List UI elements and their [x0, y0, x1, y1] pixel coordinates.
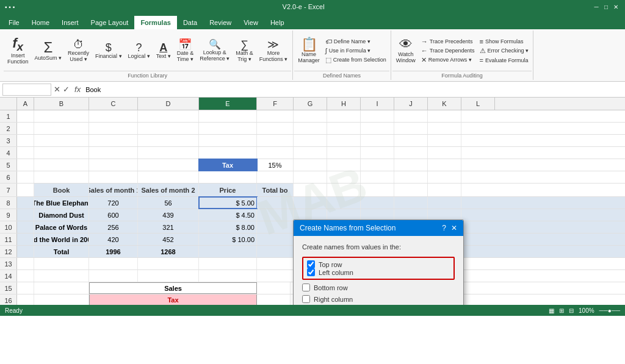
watch-window-button[interactable]: 👁 WatchWindow: [394, 37, 418, 65]
more-functions-icon: ≫: [267, 39, 279, 50]
auditing-col: → Trace Precedents ← Trace Dependents ✕ …: [419, 37, 477, 65]
trace-dependents-button[interactable]: ← Trace Dependents: [419, 46, 477, 55]
tab-home[interactable]: Home: [26, 16, 56, 29]
error-checking-icon: ⚠: [480, 47, 486, 55]
trace-precedents-icon: →: [421, 38, 428, 45]
recently-used-label: RecentlyUsed ▾: [68, 50, 89, 62]
create-from-selection-label: Create from Selection: [333, 57, 386, 63]
math-trig-icon: ∑: [240, 39, 248, 50]
maximize-button[interactable]: □: [602, 2, 610, 11]
name-manager-button[interactable]: 📋 NameManager: [295, 37, 322, 65]
zoom-slider[interactable]: ──●──: [599, 307, 620, 314]
use-in-formula-label: Use in Formula ▾: [329, 48, 371, 54]
watch-window-label: WatchWindow: [396, 51, 416, 63]
autosum-button[interactable]: Σ AutoSum ▾: [32, 39, 65, 62]
remove-arrows-label: Remove Arrows ▾: [428, 57, 472, 63]
tab-help[interactable]: Help: [264, 16, 291, 29]
name-manager-icon: 📋: [301, 38, 317, 51]
zoom-level: 100%: [579, 307, 594, 314]
remove-arrows-button[interactable]: ✕ Remove Arrows ▾: [419, 55, 477, 65]
use-in-formula-button[interactable]: ∫ Use in Formula ▾: [323, 46, 388, 55]
ribbon-tabs: File Home Insert Page Layout Formulas Da…: [0, 13, 625, 29]
checkbox-right-column: Right column: [302, 295, 455, 303]
lookup-reference-label: Lookup &Reference ▾: [200, 49, 229, 62]
tab-data[interactable]: Data: [177, 16, 203, 29]
dialog-close-button[interactable]: ✕: [451, 224, 457, 232]
left-column-checkbox[interactable]: [307, 268, 315, 276]
remove-arrows-icon: ✕: [421, 56, 427, 64]
formula-icons: ✕ ✓: [54, 85, 70, 94]
recently-used-button[interactable]: ⏱ RecentlyUsed ▾: [65, 38, 92, 63]
title-bar: ▪ ▪ ▪ V2.0-e - Excel ─ □ ✕: [0, 0, 625, 13]
show-formulas-button[interactable]: ≡ Show Formulas: [478, 37, 531, 46]
defined-names-col: 🏷 Define Name ▾ ∫ Use in Formula ▾ ⬚ Cre…: [323, 37, 388, 65]
defined-names-buttons: 📋 NameManager 🏷 Define Name ▾ ∫ Use in F…: [294, 30, 389, 71]
insert-function-button[interactable]: fx InsertFunction: [5, 35, 31, 66]
function-library-label: Function Library: [4, 71, 291, 80]
watch-window-icon: 👁: [399, 38, 413, 51]
tab-file[interactable]: File: [2, 16, 26, 29]
math-trig-label: Math &Trig ▾: [236, 50, 253, 62]
top-row-checkbox[interactable]: [307, 260, 315, 268]
title-bar-left: ▪ ▪ ▪: [5, 4, 15, 10]
name-box[interactable]: [2, 84, 51, 96]
left-column-label: Left column: [319, 269, 353, 276]
use-in-formula-icon: ∫: [325, 47, 327, 54]
financial-button[interactable]: $ Financial ▾: [93, 41, 125, 60]
date-time-button[interactable]: 📅 Date &Time ▾: [175, 38, 197, 63]
checkbox-bottom-row: Bottom row: [302, 284, 455, 291]
dialog-title-controls: ? ✕: [442, 224, 457, 232]
checkbox-left-column: Left column: [307, 268, 450, 276]
view-normal-icon[interactable]: ▦: [549, 307, 554, 314]
formula-auditing-buttons: 👁 WatchWindow → Trace Precedents ← Trace…: [392, 30, 532, 71]
show-formulas-icon: ≡: [480, 38, 483, 45]
name-manager-label: NameManager: [298, 51, 320, 63]
more-functions-button[interactable]: ≫ MoreFunctions ▾: [257, 38, 291, 63]
insert-function-label: InsertFunction: [7, 52, 29, 65]
evaluate-formula-button[interactable]: = Evaluate Formula: [478, 56, 531, 65]
spreadsheet-area: MAB A B C D E F G H I J K L 1: [0, 98, 625, 305]
math-trig-button[interactable]: ∑ Math &Trig ▾: [233, 38, 256, 63]
logical-icon: ?: [136, 42, 142, 53]
formula-input[interactable]: [85, 86, 623, 93]
dialog-description: Create names from values in the:: [302, 243, 455, 251]
dialog-help-button[interactable]: ?: [442, 224, 446, 232]
cancel-icon[interactable]: ✕: [54, 85, 60, 94]
text-icon: A: [159, 42, 167, 53]
logical-button[interactable]: ? Logical ▾: [126, 41, 153, 60]
financial-icon: $: [106, 42, 112, 53]
view-layout-icon[interactable]: ⊞: [559, 307, 564, 314]
tab-formulas[interactable]: Formulas: [134, 16, 177, 29]
define-name-button[interactable]: 🏷 Define Name ▾: [323, 37, 388, 46]
tab-page-layout[interactable]: Page Layout: [85, 16, 135, 29]
view-pagebreak-icon[interactable]: ⊟: [569, 307, 574, 314]
bottom-row-checkbox[interactable]: [302, 284, 310, 291]
minimize-button[interactable]: ─: [592, 2, 601, 11]
function-library-buttons: fx InsertFunction Σ AutoSum ▾ ⏱ Recently…: [4, 30, 291, 71]
bottom-row-label: Bottom row: [314, 284, 348, 291]
text-button[interactable]: A Text ▾: [154, 41, 173, 60]
error-checking-button[interactable]: ⚠ Error Checking ▾: [478, 46, 531, 55]
tab-review[interactable]: Review: [203, 16, 237, 29]
dialog-overlay: Create Names from Selection ? ✕ Create n…: [0, 98, 625, 305]
tab-view[interactable]: View: [237, 16, 264, 29]
create-names-dialog: Create Names from Selection ? ✕ Create n…: [293, 219, 464, 305]
close-button[interactable]: ✕: [612, 2, 620, 11]
create-from-selection-button[interactable]: ⬚ Create from Selection: [323, 55, 388, 65]
right-column-checkbox[interactable]: [302, 295, 310, 303]
confirm-icon[interactable]: ✓: [63, 85, 70, 94]
trace-precedents-label: Trace Precedents: [430, 38, 473, 45]
show-formulas-label: Show Formulas: [485, 38, 524, 45]
evaluate-formula-label: Evaluate Formula: [485, 57, 529, 63]
title-bar-controls: ─ □ ✕: [592, 2, 620, 11]
checkbox-top-row: Top row: [307, 260, 450, 268]
status-ready: Ready: [5, 307, 23, 314]
lookup-reference-button[interactable]: 🔍 Lookup &Reference ▾: [197, 38, 232, 63]
error-checking-label: Error Checking ▾: [488, 48, 529, 54]
checked-highlight-group: Top row Left column: [302, 257, 455, 280]
tab-insert[interactable]: Insert: [56, 16, 85, 29]
autosum-icon: Σ: [43, 40, 52, 55]
trace-precedents-button[interactable]: → Trace Precedents: [419, 37, 477, 46]
logical-label: Logical ▾: [128, 53, 150, 59]
formula-auditing-label: Formula Auditing: [392, 71, 532, 80]
